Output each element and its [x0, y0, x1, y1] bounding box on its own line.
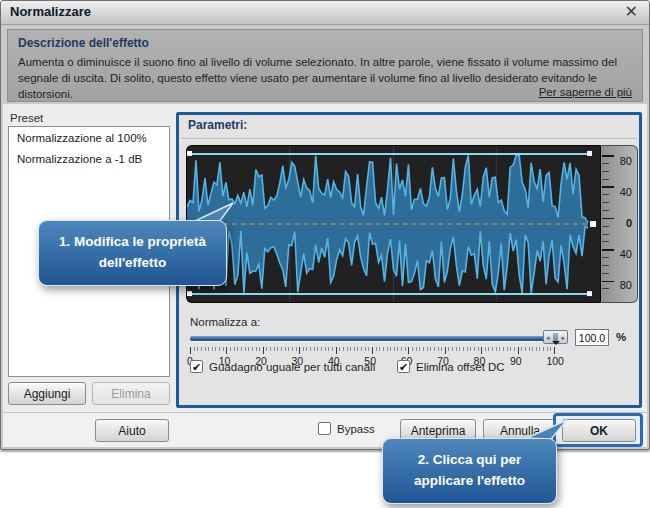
dc-offset-label: Elimina offset DC [416, 361, 505, 373]
preset-label: Preset [10, 112, 43, 124]
screenshot-stage: Normalizzare ✕ Descrizione dell'effetto … [0, 0, 650, 508]
bypass-label: Bypass [337, 423, 375, 435]
scale-label: 0 [626, 217, 632, 229]
scale-label: 80 [620, 155, 632, 167]
parameters-divider [181, 138, 637, 139]
help-button[interactable]: Aiuto [95, 419, 169, 442]
equal-gain-checkbox[interactable]: ✔ [190, 360, 203, 373]
waveform-graphic [187, 146, 600, 302]
waveform-display[interactable] [186, 145, 600, 303]
slider-tickmarks [190, 347, 556, 354]
normalize-slider-handle[interactable]: ◂▸ [543, 330, 568, 344]
ok-button[interactable]: OK [562, 419, 636, 442]
learn-more-link[interactable]: Per saperne di più [539, 86, 632, 98]
level-scale: 80 40 0 40 80 [600, 145, 638, 303]
close-icon[interactable]: ✕ [625, 2, 638, 22]
equal-gain-checkbox-row[interactable]: ✔ Guadagno uguale per tutti canali [190, 360, 375, 373]
add-preset-button[interactable]: Aggiungi [8, 382, 86, 405]
preset-item[interactable]: Normalizzazione a -1 dB [9, 148, 169, 169]
effect-description-panel: Descrizione dell'effetto Aumenta o dimin… [7, 29, 643, 102]
dialog-title: Normalizzare [10, 4, 91, 19]
level-scale-ticks [602, 155, 616, 293]
callout-step2-text: 2. Clicca qui per applicare l'effetto [395, 450, 544, 492]
scale-label: 80 [620, 279, 632, 291]
description-heading: Descrizione dell'effetto [18, 36, 149, 50]
handle-arrow-right-icon: ▸ [561, 334, 565, 341]
equal-gain-label: Guadagno uguale per tutti canali [209, 361, 375, 373]
dc-offset-checkbox[interactable]: ✔ [397, 360, 410, 373]
preset-item[interactable]: Normalizzazione al 100% [9, 127, 169, 148]
delete-preset-button: Elimina [92, 382, 170, 405]
normalize-value-input[interactable] [575, 329, 609, 346]
callout-step1-text: 1. Modifica le proprietà dell'effetto [51, 232, 214, 274]
bypass-checkbox-row[interactable]: Bypass [318, 422, 375, 435]
handle-grip [553, 333, 558, 341]
callout-step1: 1. Modifica le proprietà dell'effetto [38, 220, 227, 286]
handle-arrow-left-icon: ◂ [546, 334, 550, 341]
parameters-heading: Parametri: [188, 118, 247, 132]
callout2-arrow [522, 418, 570, 440]
titlebar[interactable] [1, 1, 649, 25]
normalize-slider-track[interactable] [190, 336, 567, 341]
callout-step2: 2. Clicca qui per applicare l'effetto [382, 438, 557, 504]
slider-tick-label: 100 [546, 355, 564, 367]
scale-label: 40 [620, 248, 632, 260]
slider-tick-label: 90 [510, 355, 522, 367]
scale-label: 40 [620, 186, 632, 198]
bypass-checkbox[interactable] [318, 422, 331, 435]
percent-unit-label: % [616, 331, 626, 343]
dc-offset-checkbox-row[interactable]: ✔ Elimina offset DC [397, 360, 505, 373]
normalize-to-label: Normalizza a: [190, 316, 260, 328]
